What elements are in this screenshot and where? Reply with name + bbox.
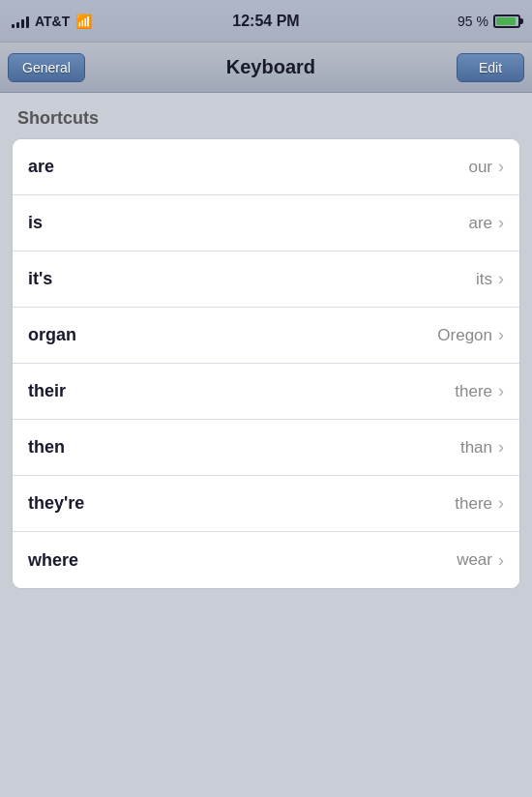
row-right: are›: [468, 213, 504, 233]
shortcut-label: are: [28, 157, 54, 177]
phrase-value: there: [455, 494, 492, 514]
status-bar: AT&T 📶 12:54 PM 95 %: [0, 0, 532, 43]
shortcut-label: it's: [28, 269, 52, 289]
chevron-right-icon: ›: [498, 550, 504, 571]
chevron-right-icon: ›: [498, 325, 504, 345]
phrase-value: than: [460, 438, 492, 458]
battery-fill: [496, 17, 516, 25]
shortcut-label: organ: [28, 325, 76, 345]
chevron-right-icon: ›: [498, 157, 504, 177]
table-row[interactable]: areour›: [13, 139, 519, 195]
status-time: 12:54 PM: [232, 13, 299, 30]
row-right: there›: [455, 493, 504, 514]
carrier-label: AT&T: [35, 14, 70, 29]
table-row[interactable]: it'sits›: [13, 251, 519, 308]
status-left: AT&T 📶: [12, 14, 92, 29]
phrase-value: there: [455, 382, 492, 401]
row-right: its›: [476, 269, 504, 289]
row-right: Oregon›: [437, 325, 504, 345]
row-right: wear›: [457, 550, 504, 571]
phrase-value: its: [476, 270, 492, 289]
phrase-value: our: [468, 158, 492, 177]
battery-icon: [493, 15, 520, 28]
section-title: Shortcuts: [12, 108, 520, 129]
table-row[interactable]: they'rethere›: [13, 476, 519, 532]
wifi-icon: 📶: [75, 14, 92, 29]
page-title: Keyboard: [85, 56, 457, 78]
back-button[interactable]: General: [8, 53, 85, 82]
signal-icon: [12, 15, 29, 28]
table-row[interactable]: theirthere›: [13, 364, 519, 420]
nav-bar: General Keyboard Edit: [0, 43, 532, 93]
row-right: there›: [455, 381, 504, 401]
row-right: than›: [460, 437, 504, 458]
status-right: 95 %: [458, 14, 520, 29]
shortcuts-table: areour›isare›it'sits›organOregon›theirth…: [12, 138, 520, 589]
table-row[interactable]: isare›: [13, 195, 519, 251]
table-row[interactable]: organOregon›: [13, 308, 519, 364]
chevron-right-icon: ›: [498, 437, 504, 458]
phrase-value: Oregon: [437, 326, 492, 345]
row-right: our›: [468, 157, 504, 177]
shortcut-label: they're: [28, 493, 84, 514]
chevron-right-icon: ›: [498, 213, 504, 233]
chevron-right-icon: ›: [498, 269, 504, 289]
edit-button[interactable]: Edit: [457, 53, 524, 82]
shortcut-label: then: [28, 437, 65, 458]
shortcut-label: is: [28, 213, 43, 233]
phrase-value: are: [468, 214, 492, 233]
table-row[interactable]: thenthan›: [13, 420, 519, 476]
battery-percent: 95 %: [458, 14, 488, 29]
chevron-right-icon: ›: [498, 381, 504, 401]
content-area: Shortcuts areour›isare›it'sits›organOreg…: [0, 93, 532, 797]
chevron-right-icon: ›: [498, 493, 504, 514]
shortcut-label: their: [28, 381, 66, 401]
shortcut-label: where: [28, 550, 78, 571]
table-row[interactable]: wherewear›: [13, 532, 519, 588]
phrase-value: wear: [457, 550, 492, 570]
